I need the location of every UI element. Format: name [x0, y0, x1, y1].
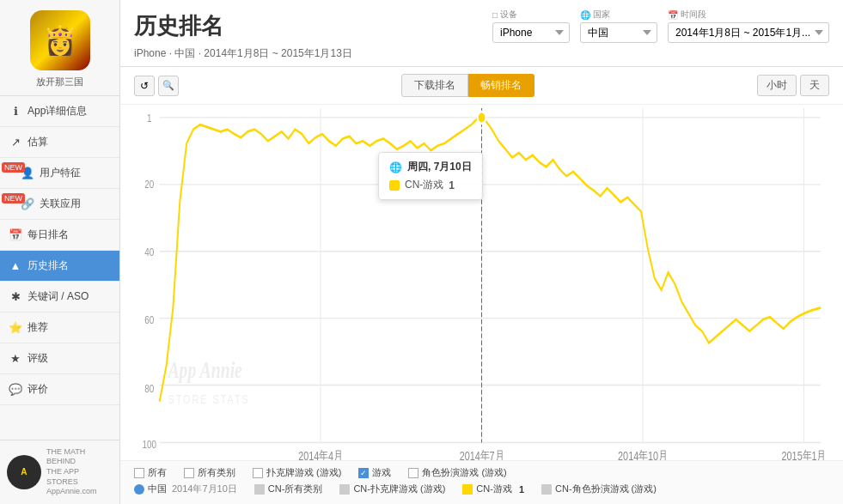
cn-all-cat-color [254, 484, 265, 495]
sidebar-item-history-rank[interactable]: ▲ 历史排名 [0, 251, 119, 282]
sidebar-item-recommend[interactable]: ⭐ 推荐 [0, 313, 119, 343]
chart-toolbar: ↺ 🔍 下载排名 畅销排名 小时 天 [120, 67, 843, 105]
sidebar-item-label: 评级 [27, 351, 48, 366]
day-button[interactable]: 天 [800, 75, 829, 96]
device-select[interactable]: iPhone iPad [492, 22, 570, 43]
svg-text:2015年1月: 2015年1月 [782, 448, 827, 460]
sidebar-item-related-apps[interactable]: NEW 🔗 关联应用 [0, 189, 119, 220]
subtitle: iPhone · 中国 · 2014年1月8日 ~ 2015年1月13日 [134, 46, 829, 61]
sidebar-item-label: 关联应用 [40, 197, 81, 211]
sidebar: 放开那三国 ℹ App详细信息 ↗ 估算 NEW 👤 用户特征 NEW 🔗 关联… [0, 0, 120, 504]
svg-text:App Annie: App Annie [167, 357, 242, 383]
cn-poker-color [339, 484, 350, 495]
legend-china[interactable]: 中国 2014年7月10日 [134, 483, 237, 495]
zoom-button[interactable]: 🔍 [158, 76, 179, 96]
page-title: 历史排名 [134, 11, 223, 41]
header-controls: □ 设备 iPhone iPad 🌐 国家 中国 美国 [492, 9, 829, 43]
svg-text:80: 80 [144, 381, 154, 395]
device-control: □ 设备 iPhone iPad [492, 9, 570, 43]
page-header: 历史排名 □ 设备 iPhone iPad 🌐 国家 中 [120, 0, 843, 67]
sidebar-item-app-detail[interactable]: ℹ App详细信息 [0, 96, 119, 127]
poker-checkbox[interactable] [253, 468, 263, 478]
svg-text:100: 100 [143, 438, 157, 452]
legend-cn-all-cat[interactable]: CN-所有类别 [254, 483, 323, 495]
tab-download[interactable]: 下载排名 [401, 74, 468, 97]
sidebar-item-review[interactable]: 💬 评价 [0, 374, 119, 405]
svg-point-21 [478, 112, 486, 124]
device-label: □ 设备 [492, 9, 517, 21]
date-label: 📅 时间段 [668, 9, 706, 21]
sidebar-footer: A THE MATH BEHIND THE APP STORES AppAnni… [0, 440, 119, 504]
legend-cn-poker[interactable]: CN-扑克牌游戏 (游戏) [339, 483, 445, 495]
globe-icon: 🌐 [580, 10, 590, 20]
svg-text:STORE STATS: STORE STATS [168, 392, 249, 407]
legend-poker[interactable]: 扑克牌游戏 (游戏) [253, 466, 341, 479]
legend-label: CN-游戏 [476, 483, 512, 495]
role-play-checkbox[interactable] [408, 468, 418, 478]
legend-row-1: 所有 所有类别 扑克牌游戏 (游戏) ✓ 游戏 角色扮演游戏 (游戏) [134, 466, 829, 479]
sidebar-item-label: App详细信息 [27, 104, 87, 118]
legend-label: 游戏 [372, 466, 391, 479]
footer-text: THE MATH BEHIND THE APP STORES AppAnnie.… [46, 447, 113, 497]
country-control: 🌐 国家 中国 美国 [580, 9, 657, 43]
calendar-icon: 📅 [9, 228, 22, 241]
china-color [134, 484, 144, 495]
legend-all[interactable]: 所有 [134, 466, 167, 479]
reset-button[interactable]: ↺ [134, 76, 155, 96]
sidebar-item-label: 推荐 [27, 320, 48, 335]
svg-text:20: 20 [144, 177, 154, 191]
legend-date: 2014年7月10日 [172, 483, 237, 495]
chart-icon: ↗ [9, 136, 22, 149]
sidebar-item-daily-rank[interactable]: 📅 每日排名 [0, 220, 119, 251]
chart-tabs: 下载排名 畅销排名 [401, 74, 535, 97]
chart-svg: 1 20 40 60 80 100 2014年4月 [134, 108, 829, 460]
legend-all-category[interactable]: 所有类别 [184, 466, 235, 479]
legend-label: 扑克牌游戏 (游戏) [266, 466, 341, 479]
sidebar-item-rating[interactable]: ★ 评级 [0, 343, 119, 374]
sidebar-item-user-feature[interactable]: NEW 👤 用户特征 [0, 158, 119, 189]
svg-text:60: 60 [144, 313, 154, 327]
sidebar-item-estimate[interactable]: ↗ 估算 [0, 127, 119, 158]
app-icon-section: 放开那三国 [0, 0, 119, 96]
legend-label: CN-角色扮演游戏 (游戏) [555, 483, 657, 495]
chart-wrapper: 1 20 40 60 80 100 2014年4月 [120, 105, 843, 460]
new-badge: NEW [2, 193, 25, 203]
legend-label: 中国 [148, 483, 167, 495]
legend-row-2: 中国 2014年7月10日 CN-所有类别 CN-扑克牌游戏 (游戏) CN-游… [134, 483, 829, 495]
sidebar-item-label: 历史排名 [27, 258, 69, 273]
app-icon [30, 10, 90, 70]
time-buttons: 小时 天 [757, 75, 829, 96]
date-control: 📅 时间段 2014年1月8日 ~ 2015年1月... [668, 9, 829, 43]
sidebar-item-keyword-aso[interactable]: ✱ 关键词 / ASO [0, 282, 119, 313]
legend-cn-game[interactable]: CN-游戏 1 [462, 483, 524, 495]
sidebar-item-label: 估算 [27, 135, 48, 149]
chart-legend: 所有 所有类别 扑克牌游戏 (游戏) ✓ 游戏 角色扮演游戏 (游戏) [120, 460, 843, 504]
main-content: 历史排名 □ 设备 iPhone iPad 🌐 国家 中 [120, 0, 843, 504]
calendar-icon: 📅 [668, 10, 678, 20]
legend-game[interactable]: ✓ 游戏 [358, 466, 391, 479]
hour-button[interactable]: 小时 [757, 75, 797, 96]
tab-bestseller[interactable]: 畅销排名 [468, 74, 535, 97]
info-icon: ℹ [9, 105, 22, 118]
new-badge: NEW [2, 162, 25, 173]
game-checkbox[interactable]: ✓ [358, 468, 369, 478]
sidebar-menu: ℹ App详细信息 ↗ 估算 NEW 👤 用户特征 NEW 🔗 关联应用 📅 每… [0, 96, 119, 440]
legend-role-play[interactable]: 角色扮演游戏 (游戏) [408, 466, 506, 479]
key-icon: ✱ [9, 290, 22, 303]
country-label: 🌐 国家 [580, 9, 610, 21]
legend-label: CN-所有类别 [268, 483, 323, 495]
comment-icon: 💬 [9, 383, 22, 396]
svg-text:40: 40 [144, 246, 154, 259]
legend-cn-role-play[interactable]: CN-角色扮演游戏 (游戏) [541, 483, 657, 495]
svg-text:2014年4月: 2014年4月 [298, 448, 343, 460]
all-category-checkbox[interactable] [184, 468, 194, 478]
all-checkbox[interactable] [134, 468, 144, 478]
svg-text:2014年7月: 2014年7月 [460, 448, 504, 460]
sidebar-item-label: 用户特征 [40, 166, 81, 180]
date-range-select[interactable]: 2014年1月8日 ~ 2015年1月... [668, 22, 829, 43]
svg-text:2014年10月: 2014年10月 [618, 448, 668, 460]
cn-role-play-color [541, 484, 552, 495]
device-icon: □ [492, 10, 498, 20]
sidebar-item-label: 每日排名 [27, 228, 69, 242]
country-select[interactable]: 中国 美国 [580, 22, 657, 43]
